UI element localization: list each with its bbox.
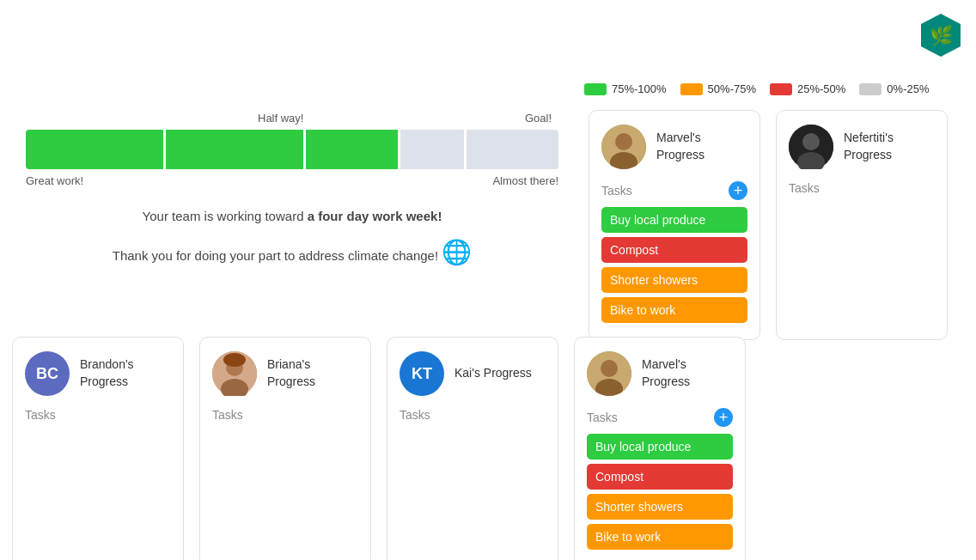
segment-1 [26,130,163,169]
globe-icon: 🌐 [442,239,472,265]
card-header-kai: KT Kai's Progress [400,351,546,396]
segment-4 [400,130,465,169]
card-name-marvel-top: Marvel's Progress [656,130,747,163]
task-bike-top: Bike to work [601,297,747,323]
goal-message: Your team is working toward a four day w… [26,206,558,272]
legend-gray: 0%-25% [859,82,929,95]
tasks-label-marvel-top: Tasks [601,184,632,198]
tasks-label-row-marvel-bottom: Tasks + [587,408,733,427]
tasks-label-kai: Tasks [400,408,430,422]
segment-5 [467,130,558,169]
card-name-kai: Kai's Progress [454,365,532,382]
svg-point-6 [802,133,820,150]
legend-label-green: 75%-100% [612,82,667,95]
almost-there-label: Almost there! [492,174,558,187]
avatar-briana [212,351,257,396]
segment-3 [306,130,398,169]
tasks-label-row-brandon: Tasks [25,408,171,422]
tasks-label-row-kai: Tasks [400,408,546,422]
legend: 75%-100% 50%-75% 25%-50% 0%-25% [584,82,930,95]
avatar-marvel-top [601,125,646,169]
add-task-btn-marvel-top[interactable]: + [729,181,747,200]
svg-point-3 [615,133,632,150]
card-header-nefertiti: Nefertiti's Progress [789,125,935,169]
legend-label-gray: 0%-25% [887,82,929,95]
card-kai: KT Kai's Progress Tasks [387,337,558,560]
card-name-nefertiti: Nefertiti's Progress [844,130,935,163]
avatar-kai: KT [400,351,444,396]
svg-point-13 [601,360,618,377]
svg-text:🌿: 🌿 [930,24,954,47]
card-brandon: BC Brandon's Progress Tasks [12,337,184,560]
progress-bottom-labels: Great work! Almost there! [26,174,558,187]
legend-color-gray [859,83,881,95]
tasks-label-nefertiti: Tasks [789,181,820,195]
tasks-label-brandon: Tasks [25,408,56,422]
progress-top-labels: Half way! Goal! [26,112,558,125]
goal-bold: a four day work week! [308,209,442,223]
tasks-label-marvel-bottom: Tasks [587,411,618,424]
tasks-label-briana: Tasks [212,408,243,422]
cards-row-top: Marvel's Progress Tasks + Buy local prod… [589,110,948,340]
legend-red: 25%-50% [770,82,845,95]
card-nefertiti: Nefertiti's Progress Tasks [776,110,948,340]
legend-label-orange: 50%-75% [708,82,756,95]
tasks-label-row-nefertiti: Tasks [789,181,935,195]
svg-point-11 [223,353,246,367]
legend-color-orange [680,83,703,95]
cards-row-bottom: BC Brandon's Progress Tasks Briana's Pro… [12,337,746,560]
goal-message-line2: Thank you for doing your part to address… [26,234,558,272]
card-header-brandon: BC Brandon's Progress [25,351,171,396]
legend-label-red: 25%-50% [797,82,845,95]
goal-message-line1: Your team is working toward a four day w… [26,206,558,227]
add-task-btn-marvel-bottom[interactable]: + [714,408,733,427]
halfway-label: Half way! [258,112,303,125]
legend-color-green [584,83,607,95]
tasks-label-row-briana: Tasks [212,408,358,422]
card-marvel-top: Marvel's Progress Tasks + Buy local prod… [589,110,760,340]
task-buy-local-top: Buy local produce [601,207,747,233]
progress-bar [26,130,558,169]
legend-green: 75%-100% [584,82,667,95]
card-header-marvel-top: Marvel's Progress [601,125,747,169]
avatar-nefertiti [789,125,833,169]
task-showers-bottom: Shorter showers [587,494,733,520]
card-marvel-bottom: Marvel's Progress Tasks + Buy local prod… [574,337,746,560]
task-showers-top: Shorter showers [601,267,747,293]
card-name-brandon: Brandon's Progress [80,356,171,390]
logo: 🌿 [918,12,964,58]
segment-2 [166,130,303,169]
task-bike-bottom: Bike to work [587,524,733,550]
progress-section: Half way! Goal! Great work! Almost there… [26,112,558,272]
task-compost-bottom: Compost [587,464,733,490]
avatar-marvel-bottom [587,351,631,396]
card-header-briana: Briana's Progress [212,351,358,396]
avatar-brandon: BC [25,351,70,396]
great-work-label: Great work! [26,174,83,187]
task-buy-local-bottom: Buy local produce [587,434,733,460]
task-compost-top: Compost [601,237,747,263]
card-briana: Briana's Progress Tasks [199,337,371,560]
goal-label: Goal! [525,112,552,125]
tasks-label-row-marvel-top: Tasks + [601,181,747,200]
card-name-briana: Briana's Progress [267,356,358,390]
card-header-marvel-bottom: Marvel's Progress [587,351,733,396]
card-name-marvel-bottom: Marvel's Progress [642,356,733,390]
legend-orange: 50%-75% [680,82,756,95]
legend-color-red [770,83,792,95]
